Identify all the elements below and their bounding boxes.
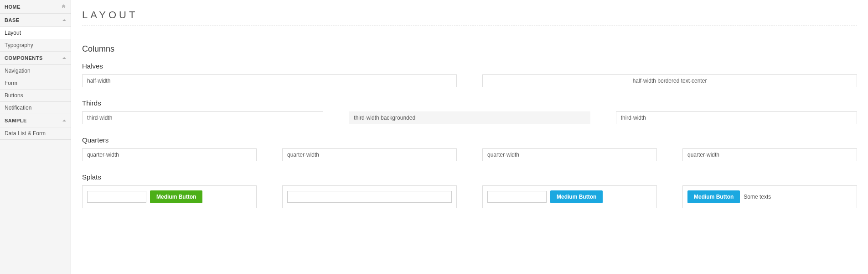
sidebar-item-typography[interactable]: Typography [0, 39, 71, 52]
medium-button-green[interactable]: Medium Button [150, 190, 202, 203]
quarters-title: Quarters [82, 136, 857, 144]
page-title: LAYOUT [82, 9, 857, 26]
sidebar-item-label: Layout [5, 30, 21, 36]
sidebar-item-label: Form [5, 80, 17, 86]
splats-title: Splats [82, 173, 857, 181]
sidebar-home[interactable]: HOME [0, 0, 71, 14]
chevron-up-icon [62, 57, 66, 59]
sidebar-item-notification[interactable]: Notification [0, 102, 71, 114]
halves-row: half-width half-width bordered text-cent… [82, 74, 857, 87]
thirds-title: Thirds [82, 99, 857, 107]
quarter-cell-c: quarter-width [482, 148, 657, 161]
half-cell-left: half-width [82, 74, 457, 87]
sidebar-item-label: Data List & Form [5, 130, 46, 137]
sidebar-section-components-label: COMPONENTS [5, 55, 43, 61]
sidebar: HOME BASE Layout Typography COMPONENTS N… [0, 0, 71, 274]
sidebar-item-buttons[interactable]: Buttons [0, 90, 71, 102]
chevron-up-icon [62, 19, 66, 21]
home-icon [61, 4, 66, 10]
third-cell-c: third-width [616, 111, 857, 124]
sidebar-item-navigation[interactable]: Navigation [0, 65, 71, 77]
splats-row: Medium Button Medium Button Medium Butto… [82, 185, 857, 208]
sidebar-section-base-label: BASE [5, 17, 20, 23]
sidebar-home-label: HOME [5, 4, 21, 10]
quarters-row: quarter-width quarter-width quarter-widt… [82, 148, 857, 161]
splat-input-2[interactable] [287, 191, 452, 203]
sidebar-section-sample-label: SAMPLE [5, 118, 27, 123]
third-cell-b: third-width backgrounded [349, 111, 590, 124]
medium-button-blue-1[interactable]: Medium Button [550, 190, 603, 203]
sidebar-item-form[interactable]: Form [0, 77, 71, 90]
sidebar-section-base[interactable]: BASE [0, 14, 71, 27]
splat-cell-4: Medium Button Some texts [682, 185, 857, 208]
half-cell-right: half-width bordered text-center [482, 74, 857, 87]
thirds-row: third-width third-width backgrounded thi… [82, 111, 857, 124]
splat-cell-1: Medium Button [82, 185, 257, 208]
quarter-cell-a: quarter-width [82, 148, 257, 161]
quarter-cell-d: quarter-width [682, 148, 857, 161]
splat-input-3[interactable] [487, 191, 547, 203]
splat-cell-3: Medium Button [482, 185, 657, 208]
sidebar-item-label: Notification [5, 105, 31, 111]
sidebar-item-label: Buttons [5, 92, 23, 99]
splat-input-1[interactable] [87, 191, 146, 203]
sidebar-section-sample[interactable]: SAMPLE [0, 114, 71, 127]
sidebar-item-label: Navigation [5, 68, 31, 74]
sidebar-section-components[interactable]: COMPONENTS [0, 52, 71, 65]
sidebar-item-data-list-form[interactable]: Data List & Form [0, 127, 71, 140]
medium-button-blue-2[interactable]: Medium Button [687, 190, 740, 203]
main-content: LAYOUT Columns Halves half-width half-wi… [71, 0, 868, 274]
halves-title: Halves [82, 62, 857, 70]
quarter-cell-b: quarter-width [282, 148, 457, 161]
chevron-up-icon [62, 120, 66, 121]
third-cell-a: third-width [82, 111, 323, 124]
splat-cell-2 [282, 185, 457, 208]
sidebar-item-label: Typography [5, 42, 33, 48]
splat-text: Some texts [744, 194, 771, 200]
sidebar-item-layout[interactable]: Layout [0, 27, 71, 39]
section-columns-title: Columns [82, 44, 857, 54]
